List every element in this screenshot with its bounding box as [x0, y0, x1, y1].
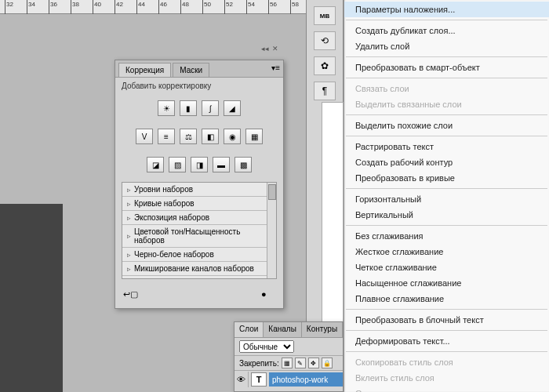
layer-context-menu: Параметры наложения...Создать дубликат с…: [344, 0, 549, 392]
photo-filter-icon[interactable]: ◉: [224, 129, 241, 144]
balance-icon[interactable]: ⚖: [180, 129, 197, 144]
menu-item[interactable]: Создать рабочий контур: [344, 154, 549, 170]
menu-item[interactable]: Выделить похожие слои: [344, 118, 549, 133]
adjustment-icons-row2: V ≡ ⚖ ◧ ◉ ▦: [115, 122, 283, 151]
preset-item[interactable]: Кривые наборов: [122, 197, 276, 211]
menu-item[interactable]: Четкое сглаживание: [344, 260, 549, 275]
menu-item[interactable]: Создать дубликат слоя...: [344, 23, 549, 38]
preset-item[interactable]: Экспозиция наборов: [122, 211, 276, 225]
vibrance-icon[interactable]: V: [136, 129, 153, 144]
tab-layers[interactable]: Слои: [235, 322, 264, 337]
layer-name[interactable]: photoshop-work: [269, 372, 343, 387]
menu-separator: [346, 188, 547, 189]
menu-item[interactable]: Параметры наложения...: [344, 2, 549, 17]
menu-separator: [346, 351, 547, 352]
visibility-icon[interactable]: 👁: [235, 372, 249, 387]
menu-item: Вклеить стиль слоя: [344, 370, 549, 386]
channel-mixer-icon[interactable]: ▦: [245, 129, 263, 144]
menu-item[interactable]: Преобразовать в блочный текст: [344, 312, 549, 328]
menu-item[interactable]: Плавное сглаживание: [344, 291, 549, 307]
hue-icon[interactable]: ≡: [158, 129, 175, 144]
levels-icon[interactable]: ▮: [180, 100, 197, 116]
horizontal-ruler: 3234363840424446485052545658: [0, 0, 306, 14]
menu-item[interactable]: Без сглаживания: [344, 228, 549, 244]
menu-item[interactable]: Удалить слой: [344, 38, 549, 54]
tab-channels[interactable]: Каналы: [264, 322, 302, 337]
adjustments-panel: ◂◂ ✕ Коррекция Маски ▾≡ Добавить коррект…: [115, 60, 284, 309]
lock-position-icon[interactable]: ✥: [308, 358, 319, 368]
close-icon[interactable]: ✕: [272, 45, 280, 53]
menu-item[interactable]: Преобразовать в кривые: [344, 170, 549, 186]
presets-list: Уровни наборовКривые наборовЭкспозиция н…: [122, 182, 277, 279]
tab-masks[interactable]: Маски: [173, 63, 209, 77]
brightness-icon[interactable]: ☀: [158, 100, 175, 116]
blend-mode-select[interactable]: Обычные: [239, 340, 294, 353]
collapse-icon[interactable]: ◂◂: [261, 45, 269, 53]
layers-panel: Слои Каналы Контуры Обычные Закрепить: ▦…: [234, 321, 344, 392]
menu-item: Очистить стиль слоя: [344, 386, 549, 392]
character-icon[interactable]: ✿: [314, 56, 336, 75]
bw-icon[interactable]: ◧: [202, 129, 219, 144]
panel-header: Добавить корректировку: [115, 78, 283, 94]
menu-separator: [346, 136, 547, 136]
adjustment-icons-row3: ◪ ▨ ◨ ▬ ▩: [115, 151, 283, 179]
menu-separator: [346, 56, 547, 57]
threshold-icon[interactable]: ◨: [191, 157, 208, 172]
lock-label: Закрепить:: [239, 359, 279, 368]
menu-separator: [346, 330, 547, 331]
text-layer-thumb: T: [251, 372, 267, 387]
menu-item[interactable]: Растрировать текст: [344, 139, 549, 154]
trash-icon[interactable]: ●: [261, 289, 275, 302]
menu-separator: [346, 20, 547, 20]
menu-separator: [346, 78, 547, 78]
menu-item: Скопировать стиль слоя: [344, 354, 549, 370]
scrollbar[interactable]: [267, 183, 276, 278]
tab-correction[interactable]: Коррекция: [118, 63, 171, 77]
canvas-area: [0, 204, 63, 392]
mb-icon[interactable]: MB: [314, 6, 336, 25]
menu-item[interactable]: Преобразовать в смарт-объект: [344, 60, 549, 75]
curves-icon[interactable]: ∫: [202, 100, 219, 116]
back-to-adjustment-icon[interactable]: ↩▢: [123, 289, 137, 302]
menu-item: Связать слои: [344, 81, 549, 96]
invert-icon[interactable]: ◪: [147, 157, 164, 172]
menu-separator: [346, 309, 547, 310]
exposure-icon[interactable]: ◢: [224, 100, 241, 116]
menu-separator: [346, 114, 547, 115]
preset-item[interactable]: Микширование каналов наборов: [122, 262, 276, 276]
menu-item[interactable]: Вертикальный: [344, 207, 549, 223]
menu-item[interactable]: Жесткое сглаживание: [344, 244, 549, 260]
lock-all-icon[interactable]: 🔒: [322, 358, 333, 368]
menu-item[interactable]: Насыщенное сглаживание: [344, 275, 549, 291]
preset-item[interactable]: Выборочная коррекция цвета наборов: [122, 276, 276, 279]
menu-separator: [346, 225, 547, 226]
menu-item[interactable]: Деформировать текст...: [344, 333, 549, 349]
history-icon[interactable]: ⟲: [314, 31, 336, 50]
gradient-map-icon[interactable]: ▬: [213, 157, 230, 172]
selective-color-icon[interactable]: ▩: [235, 157, 252, 172]
panel-tabs: Коррекция Маски ▾≡: [115, 60, 283, 78]
layer-row[interactable]: 👁 T photoshop-work: [235, 371, 343, 388]
preset-item[interactable]: Уровни наборов: [122, 183, 276, 197]
lock-pixels-icon[interactable]: ✎: [295, 358, 306, 368]
preset-item[interactable]: Черно-белое наборов: [122, 248, 276, 262]
posterize-icon[interactable]: ▨: [169, 157, 186, 172]
preset-item[interactable]: Цветовой тон/Насыщенность наборов: [122, 225, 276, 248]
paragraph-icon[interactable]: ¶: [314, 82, 336, 100]
menu-item[interactable]: Горизонтальный: [344, 191, 549, 207]
menu-item: Выделить связанные слои: [344, 96, 549, 112]
lock-transparency-icon[interactable]: ▦: [282, 358, 293, 368]
adjustment-icons-row1: ☀ ▮ ∫ ◢: [115, 94, 283, 122]
panel-menu-icon[interactable]: ▾≡: [271, 64, 280, 72]
tab-paths[interactable]: Контуры: [302, 322, 343, 337]
